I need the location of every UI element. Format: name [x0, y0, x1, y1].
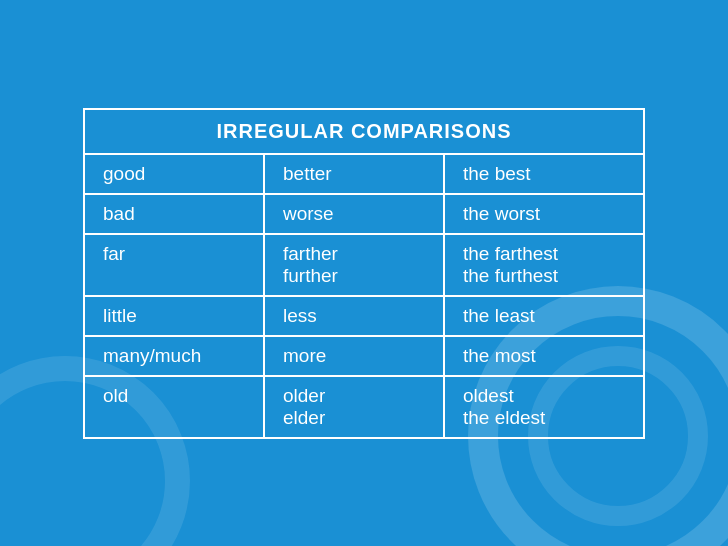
table-row: littlelessthe least: [84, 296, 644, 336]
table-row: goodbetterthe best: [84, 154, 644, 194]
cell-comparative-0: better: [264, 154, 444, 194]
cell-comparative-1: worse: [264, 194, 444, 234]
cell-comparative-5: olderelder: [264, 376, 444, 438]
cell-superlative-5: oldestthe eldest: [444, 376, 644, 438]
cell-superlative-2: the farthestthe furthest: [444, 234, 644, 296]
cell-superlative-4: the most: [444, 336, 644, 376]
cell-positive-5: old: [84, 376, 264, 438]
cell-positive-4: many/much: [84, 336, 264, 376]
cell-superlative-3: the least: [444, 296, 644, 336]
cell-superlative-1: the worst: [444, 194, 644, 234]
table-row: oldolderelderoldestthe eldest: [84, 376, 644, 438]
cell-comparative-4: more: [264, 336, 444, 376]
cell-positive-0: good: [84, 154, 264, 194]
cell-comparative-2: fartherfurther: [264, 234, 444, 296]
cell-positive-3: little: [84, 296, 264, 336]
cell-positive-2: far: [84, 234, 264, 296]
comparisons-table: IRREGULAR COMPARISONS goodbetterthe best…: [83, 108, 645, 439]
cell-superlative-0: the best: [444, 154, 644, 194]
table-row: farfartherfurtherthe farthestthe furthes…: [84, 234, 644, 296]
cell-comparative-3: less: [264, 296, 444, 336]
table-container: IRREGULAR COMPARISONS goodbetterthe best…: [73, 98, 655, 449]
table-row: badworsethe worst: [84, 194, 644, 234]
cell-positive-1: bad: [84, 194, 264, 234]
table-title: IRREGULAR COMPARISONS: [84, 109, 644, 154]
table-row: many/muchmorethe most: [84, 336, 644, 376]
